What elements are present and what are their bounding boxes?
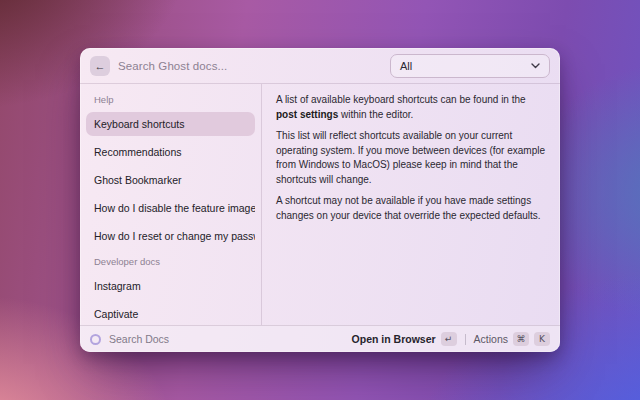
status-label: Search Docs [109, 333, 169, 345]
list-item-recommendations[interactable]: Recommendations [86, 140, 255, 164]
detail-panel: A list of available keyboard shortcuts c… [262, 84, 560, 325]
actions-menu-button[interactable]: Actions ⌘ K [474, 332, 550, 346]
section-header-help: Help [86, 92, 255, 108]
open-in-browser-button[interactable]: Open in Browser ↵ [352, 332, 457, 346]
action-bar-divider [465, 334, 466, 345]
open-in-browser-label: Open in Browser [352, 333, 436, 345]
enter-key-badge: ↵ [441, 332, 457, 346]
list-item-ghost-bookmarker[interactable]: Ghost Bookmarker [86, 168, 255, 192]
back-button[interactable]: ← [90, 56, 110, 76]
section-header-developer-docs: Developer docs [86, 254, 255, 270]
back-arrow-icon: ← [95, 60, 106, 72]
list-item-instagram[interactable]: Instagram [86, 274, 255, 298]
list-item-keyboard-shortcuts[interactable]: Keyboard shortcuts [86, 112, 255, 136]
search-header: ← Search Ghost docs... All [80, 48, 560, 84]
filter-dropdown-value: All [400, 60, 412, 72]
actions-label: Actions [474, 333, 508, 345]
chevron-down-icon [531, 63, 540, 69]
detail-paragraph-2: This list will reflect shortcuts availab… [276, 129, 547, 187]
results-list: Help Keyboard shortcuts Recommendations … [80, 84, 262, 325]
filter-dropdown[interactable]: All [390, 54, 550, 78]
list-item-disable-feature-image[interactable]: How do I disable the feature image a... [86, 196, 255, 220]
search-input[interactable]: Search Ghost docs... [118, 60, 390, 72]
extension-ring-icon [90, 334, 101, 345]
command-key-badge: ⌘ [513, 332, 529, 346]
list-item-reset-password[interactable]: How do I reset or change my passw... [86, 224, 255, 248]
action-bar: Search Docs Open in Browser ↵ Actions ⌘ … [80, 325, 560, 352]
window-body: Help Keyboard shortcuts Recommendations … [80, 84, 560, 325]
ghost-docs-search-window: ← Search Ghost docs... All Help Keyboard… [80, 48, 560, 352]
detail-paragraph-3: A shortcut may not be available if you h… [276, 194, 547, 223]
k-key-badge: K [534, 332, 550, 346]
list-item-captivate[interactable]: Captivate [86, 302, 255, 325]
detail-paragraph-1: A list of available keyboard shortcuts c… [276, 93, 547, 122]
